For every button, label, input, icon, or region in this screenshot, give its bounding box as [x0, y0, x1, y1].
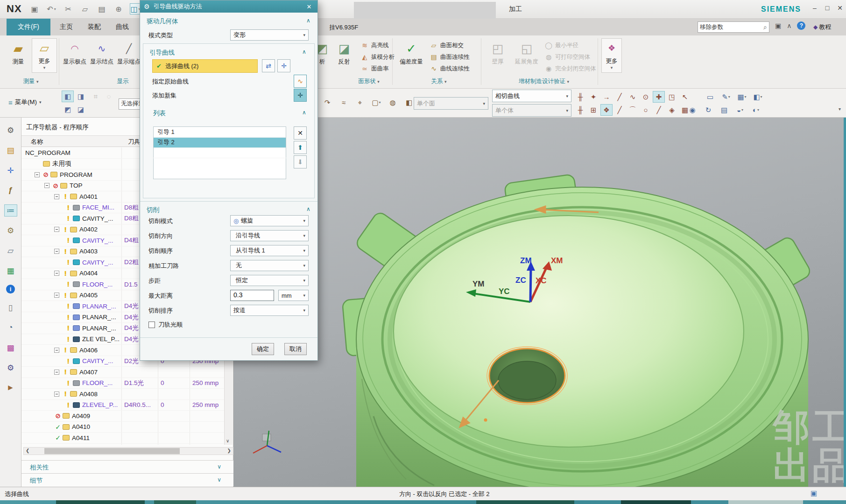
snap-sphere-icon[interactable]: ◈: [666, 104, 678, 116]
expressions-icon[interactable]: ƒ: [4, 184, 17, 196]
snap-grid-icon[interactable]: ⊞: [587, 104, 599, 116]
single-face-scope-combo[interactable]: 单个面: [414, 97, 488, 110]
guide-curves-header[interactable]: 引导曲线: [149, 49, 175, 57]
snap-endpoint-icon[interactable]: ╫: [574, 91, 586, 103]
point-target-icon[interactable]: ⌖: [354, 97, 366, 108]
details-section[interactable]: 细节 ∨: [21, 473, 233, 486]
display-mode-icon[interactable]: ▭: [704, 91, 716, 103]
column-tool[interactable]: 刀具: [128, 138, 140, 146]
wizard-grid-icon[interactable]: ▦: [4, 265, 17, 277]
graphics-window[interactable]: XC ZM XM ZC YM YC 邹工 出品: [233, 118, 846, 487]
deviation-gauge-button[interactable]: ✓ 偏差度量: [397, 39, 426, 66]
snap-point-constructor-icon[interactable]: ↖: [679, 91, 691, 103]
add-new-set-button[interactable]: ✛: [294, 89, 307, 102]
tree-expander-icon[interactable]: [54, 370, 59, 375]
machining-icon[interactable]: ⚙: [4, 224, 17, 237]
constraints-icon[interactable]: ✛: [4, 164, 17, 176]
menu-button[interactable]: ≡ 菜单(M) ▾: [8, 98, 42, 106]
table-row[interactable]: ZLEVEL_P... D4R0.5... 0 250 mmp: [21, 400, 224, 411]
immediate-hide-icon[interactable]: ◨: [75, 91, 87, 102]
undo-icon[interactable]: ↶: [46, 3, 57, 14]
capture-icon[interactable]: ◉: [686, 104, 698, 116]
list-item[interactable]: 引导 2: [154, 138, 286, 148]
checkbox-unchecked[interactable]: [148, 322, 155, 328]
save-icon[interactable]: ▣: [29, 3, 40, 14]
specify-original-curve-button[interactable]: ∿: [294, 75, 307, 88]
show-and-hide-icon[interactable]: ◧: [62, 91, 74, 102]
relations-item[interactable]: ▤ 曲面连续性: [430, 52, 470, 62]
settings-gear-icon[interactable]: ⚙: [4, 124, 17, 136]
cut-sort-combo[interactable]: 按道: [230, 305, 309, 316]
assembly-icon[interactable]: ▤: [4, 144, 17, 156]
info-icon[interactable]: i: [6, 285, 15, 294]
am-group-label[interactable]: 增材制造设计验证 ▾: [495, 77, 593, 85]
tree-expander-icon[interactable]: [54, 271, 59, 276]
window-display-icon[interactable]: ▣: [775, 22, 781, 29]
chevron-up-icon[interactable]: ∧: [306, 17, 310, 24]
cut-option-combo[interactable]: 沿引导线: [230, 230, 309, 241]
render-style-icon[interactable]: ◒: [734, 104, 746, 116]
maximize-button[interactable]: □: [822, 4, 832, 12]
measure-more-button[interactable]: ▱ 更多 ▾: [32, 38, 57, 73]
snap-two-lines-icon[interactable]: ╫: [574, 104, 586, 116]
table-row[interactable]: A0411: [21, 433, 224, 444]
single-body-scope-combo[interactable]: 单个体: [492, 104, 571, 117]
zoom-window-icon[interactable]: ⊕: [113, 3, 124, 14]
display-group-label[interactable]: 显示: [107, 77, 138, 85]
tools-icon[interactable]: ⚙: [4, 362, 17, 374]
reverse-direction-button[interactable]: ⇄: [262, 59, 275, 72]
column-name[interactable]: 名称: [31, 138, 43, 146]
face-shape-item[interactable]: ≃ 面曲率: [360, 63, 395, 74]
table-row[interactable]: A0410: [21, 422, 224, 433]
operation-navigator-icon[interactable]: ≔: [4, 204, 17, 217]
selected-hole[interactable]: [487, 347, 567, 405]
tutorial-button[interactable]: 教程: [813, 23, 831, 31]
point-constructor-button[interactable]: ✛: [277, 59, 290, 72]
ribbon-tab[interactable]: 主页: [52, 19, 80, 35]
move-up-button[interactable]: ⬆: [294, 141, 307, 154]
scroll-left-icon[interactable]: ❮: [26, 448, 29, 453]
ribbon-more-button[interactable]: ❖ 更多 ▾: [601, 38, 622, 73]
status-panel-icon[interactable]: ▣: [811, 489, 817, 497]
unit-combo[interactable]: mm: [278, 290, 309, 301]
remove-item-button[interactable]: ✕: [294, 126, 307, 140]
tree-expander-icon[interactable]: [54, 348, 59, 353]
snap-curve-icon[interactable]: ∿: [627, 91, 639, 103]
mode-type-combo[interactable]: 变形: [230, 29, 309, 41]
table-row[interactable]: FLOOR_... D1.5光 0 250 mmp: [21, 378, 224, 389]
ribbon-tab[interactable]: 装配: [80, 19, 108, 35]
show-poles-button[interactable]: ◠ 显示极点: [62, 39, 88, 66]
select-curve-row[interactable]: ✔ 选择曲线 (2): [152, 59, 258, 73]
scroll-right-icon[interactable]: ❯: [227, 448, 231, 453]
snap-line-icon[interactable]: ╱: [613, 91, 626, 103]
relations-group-label[interactable]: 关系 ▾: [402, 77, 476, 85]
layout-icon[interactable]: ▦: [736, 91, 748, 103]
tree-expander-icon[interactable]: [35, 172, 40, 177]
snap-tangent-icon[interactable]: ╱: [653, 104, 665, 116]
show-hide-panel-icon[interactable]: ▤: [718, 104, 730, 116]
dialog-titlebar[interactable]: ⚙ 引导曲线驱动方法 ✕: [140, 0, 317, 13]
relations-item[interactable]: ▱ 曲面相交: [430, 40, 470, 50]
toolpath-smoothing-row[interactable]: 刀轨光顺: [148, 321, 183, 329]
edit-object-display-icon[interactable]: ✎: [720, 91, 732, 103]
adjust-curve-icon[interactable]: ≈: [338, 97, 350, 108]
list-header[interactable]: 列表: [153, 109, 166, 118]
cut-header[interactable]: 切削: [147, 206, 159, 214]
snap-quadrant-icon[interactable]: ❖: [600, 104, 613, 116]
snap-face-point-icon[interactable]: ◳: [666, 91, 678, 103]
show-endpoints-button[interactable]: ╱ 显示端点: [116, 39, 142, 66]
cut-option-combo[interactable]: 无: [230, 260, 309, 271]
snap-circle-icon[interactable]: ○: [640, 104, 652, 116]
chevron-up-icon[interactable]: ∧: [302, 49, 306, 55]
command-search-input[interactable]: 移除参数 ⌕: [698, 21, 769, 33]
show-icon[interactable]: ◪: [75, 104, 87, 115]
document-icon[interactable]: ▯: [4, 301, 17, 314]
cut-option-combo[interactable]: 恒定: [230, 275, 309, 286]
list-item[interactable]: 引导 1: [154, 127, 286, 138]
copy-icon[interactable]: ▱: [79, 3, 91, 14]
chevron-up-icon[interactable]: ∧: [306, 206, 310, 212]
minimize-button[interactable]: –: [810, 4, 820, 12]
snap-arrow-icon[interactable]: →: [600, 91, 613, 103]
reflection-button[interactable]: ◪ 反射: [331, 39, 357, 66]
snap-arc-icon[interactable]: ⌒: [627, 104, 639, 116]
